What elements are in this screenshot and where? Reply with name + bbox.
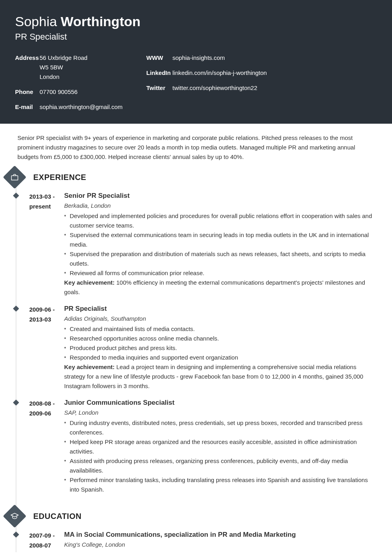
job-title: Junior Communications Specialist bbox=[64, 399, 375, 407]
degree-title: MA in Social Communications, specializat… bbox=[64, 531, 375, 539]
contact-label: Twitter bbox=[147, 83, 173, 93]
bullet-item: Performed minor translating tasks, inclu… bbox=[64, 475, 375, 494]
contact-grid: Address 56 Uxbridge Road W5 5BW London P… bbox=[15, 53, 377, 112]
contact-label: Address bbox=[15, 53, 40, 82]
entry-body: PR Specialist Adidas Originals, Southamp… bbox=[64, 305, 375, 391]
contact-col-right: WWW sophia-insights.com LinkedIn linkedi… bbox=[147, 53, 267, 112]
timeline-marker-icon bbox=[13, 532, 19, 538]
job-company: Berkadia, London bbox=[64, 202, 375, 209]
contact-email: E-mail sophia.worthington@gmail.com bbox=[15, 102, 123, 112]
experience-entry: 2008-08 - 2009-06 Junior Communications … bbox=[16, 399, 375, 502]
main-timeline: EXPERIENCE 2013-03 - present Senior PR S… bbox=[16, 169, 375, 552]
entry-body: Junior Communications Specialist SAP, Lo… bbox=[64, 399, 375, 494]
contact-twitter: Twitter twitter.com/sophieworthington22 bbox=[147, 83, 267, 93]
job-title: Senior PR Specialist bbox=[64, 192, 375, 200]
entry-body: Senior PR Specialist Berkadia, London De… bbox=[64, 192, 375, 297]
contact-col-left: Address 56 Uxbridge Road W5 5BW London P… bbox=[15, 53, 123, 112]
bullet-item: Assisted with producing press releases, … bbox=[64, 456, 375, 475]
entry-dates: 2013-03 - present bbox=[29, 192, 64, 297]
resume-body: Senior PR specialist with 9+ years of ex… bbox=[0, 124, 392, 555]
contact-www: WWW sophia-insights.com bbox=[147, 53, 267, 63]
timeline-marker-icon bbox=[13, 306, 19, 312]
section-title: EDUCATION bbox=[33, 512, 82, 521]
entry-dates: 2009-06 - 2013-03 bbox=[29, 305, 64, 391]
key-label: Key achievement: bbox=[64, 364, 115, 370]
bullet-item: Developed and implemented policies and p… bbox=[64, 211, 375, 230]
bullet-item: Supervised the external communications t… bbox=[64, 230, 375, 249]
bullet-item: Produced product pitches and press kits. bbox=[64, 343, 375, 353]
svg-rect-0 bbox=[11, 176, 18, 180]
key-label: Key achievement: bbox=[64, 279, 115, 286]
contact-label: E-mail bbox=[15, 102, 40, 112]
contact-phone: Phone 07700 900556 bbox=[15, 87, 123, 97]
bullet-item: Supervised the preparation and distribut… bbox=[64, 249, 375, 268]
section-title: EXPERIENCE bbox=[33, 173, 86, 182]
experience-entry: 2009-06 - 2013-03 PR Specialist Adidas O… bbox=[16, 305, 375, 399]
contact-label: Phone bbox=[15, 87, 40, 97]
bullet-item: Helped keep PR storage areas organized a… bbox=[64, 437, 375, 456]
resume-header: Sophia Worthington PR Specialist Address… bbox=[0, 0, 392, 124]
contact-address: Address 56 Uxbridge Road W5 5BW London bbox=[15, 53, 123, 82]
contact-label: LinkedIn bbox=[147, 68, 173, 78]
contact-value: sophia.worthington@gmail.com bbox=[40, 102, 123, 112]
contact-value: twitter.com/sophieworthington22 bbox=[173, 83, 257, 93]
contact-value: linkedin.com/in/sophia-j-worthington bbox=[173, 68, 267, 78]
bullet-list: Developed and implemented policies and p… bbox=[64, 211, 375, 278]
first-name: Sophia bbox=[15, 14, 57, 29]
entry-dates: 2008-08 - 2009-06 bbox=[29, 399, 64, 494]
person-name: Sophia Worthington bbox=[15, 14, 377, 29]
job-company: Adidas Originals, Southampton bbox=[64, 315, 375, 322]
job-role: PR Specialist bbox=[15, 32, 377, 42]
section-head-education: EDUCATION bbox=[14, 508, 375, 524]
bullet-item: Created and maintained lists of media co… bbox=[64, 324, 375, 334]
key-achievement: Key achievement: Lead a project team in … bbox=[64, 362, 375, 391]
bullet-item: Researched opportunities across online m… bbox=[64, 334, 375, 343]
entry-body: MA in Social Communications, specializat… bbox=[64, 531, 375, 551]
bullet-list: Created and maintained lists of media co… bbox=[64, 324, 375, 362]
entry-dates: 2007-09 - 2008-07 bbox=[29, 531, 64, 551]
bullet-item: Responded to media inquiries and support… bbox=[64, 353, 375, 362]
bullet-item: During industry events, distributed note… bbox=[64, 418, 375, 437]
contact-value: sophia-insights.com bbox=[173, 53, 225, 63]
briefcase-icon bbox=[3, 165, 26, 189]
contact-linkedin: LinkedIn linkedin.com/in/sophia-j-worthi… bbox=[147, 68, 267, 78]
experience-entry: 2013-03 - present Senior PR Specialist B… bbox=[16, 192, 375, 305]
last-name: Worthington bbox=[61, 14, 140, 29]
job-company: SAP, London bbox=[64, 409, 375, 416]
education-entry: 2007-09 - 2008-07 MA in Social Communica… bbox=[16, 531, 375, 552]
timeline-marker-icon bbox=[13, 193, 19, 199]
graduation-cap-icon bbox=[3, 504, 26, 528]
school-name: King's College, London bbox=[64, 541, 375, 548]
timeline-marker-icon bbox=[13, 400, 19, 406]
summary-text: Senior PR specialist with 9+ years of ex… bbox=[17, 133, 375, 162]
bullet-item: Reviewed all forms of communication prio… bbox=[64, 268, 375, 278]
contact-value: 07700 900556 bbox=[40, 87, 78, 97]
section-head-experience: EXPERIENCE bbox=[14, 169, 375, 186]
contact-label: WWW bbox=[147, 53, 173, 63]
bullet-list: During industry events, distributed note… bbox=[64, 418, 375, 494]
key-achievement: Key achievement: 100% efficiency in meet… bbox=[64, 278, 375, 297]
job-title: PR Specialist bbox=[64, 305, 375, 313]
contact-value: 56 Uxbridge Road W5 5BW London bbox=[40, 53, 88, 82]
